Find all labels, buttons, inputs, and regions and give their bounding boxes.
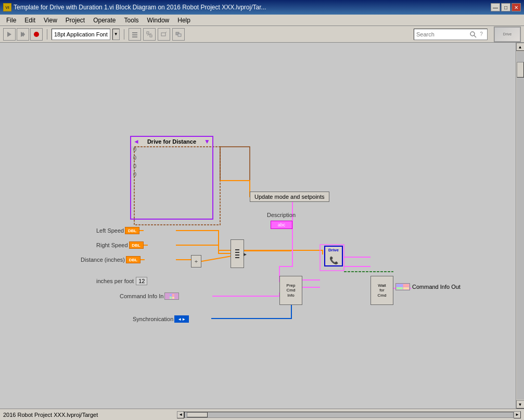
dfd-right-arrow: ▼ [204, 138, 210, 145]
wire-layer [0, 43, 516, 409]
help-button[interactable]: ? [478, 31, 485, 38]
menu-help[interactable]: Help [173, 16, 195, 25]
horizontal-scrollbar[interactable]: ◄ ► [177, 411, 521, 419]
svg-rect-6 [147, 32, 149, 34]
cmd-out-label: Command Info Out [412, 284, 461, 290]
svg-marker-2 [23, 32, 25, 37]
window-title: Template for Drive with Duration 1.vi Bl… [14, 4, 266, 11]
close-button[interactable]: ✕ [512, 3, 521, 11]
distribute-button[interactable] [143, 28, 156, 41]
menu-bar: File Edit View Project Operate Tools Win… [0, 15, 524, 26]
vi-thumbnail: Drive [494, 27, 521, 42]
description-indicator: abc [271, 221, 292, 229]
menu-project[interactable]: Project [61, 16, 89, 25]
font-dropdown-arrow[interactable]: ▼ [112, 29, 120, 40]
dfd-item-1: 0 [131, 154, 212, 162]
prep-cmd-block[interactable]: Prep Cmd Info [279, 276, 302, 305]
svg-rect-4 [132, 34, 137, 35]
reorder-button[interactable] [172, 28, 185, 41]
svg-marker-0 [7, 32, 11, 37]
block-diagram: ◄ Drive for Distance ▼ 0 0 0 0 [0, 43, 516, 409]
synchronication-label: Synchronication [133, 316, 173, 322]
menu-edit[interactable]: Edit [20, 16, 40, 25]
svg-rect-3 [132, 32, 137, 33]
dfd-left-arrow: ◄ [133, 138, 139, 145]
drive-subvi[interactable]: Drive 📞 [324, 246, 343, 266]
menu-operate[interactable]: Operate [89, 16, 120, 25]
scrollbar-right[interactable]: ▲ ▼ [516, 43, 524, 409]
title-bar-left: VI Template for Drive with Duration 1.vi… [3, 3, 266, 11]
project-path: 2016 Robot Project XXX.lvproj/Target [3, 412, 175, 418]
scroll-thumb-right[interactable] [517, 62, 524, 78]
font-name: 18pt Application Font [54, 31, 108, 37]
wait-cmd-block[interactable]: Wait for Cmd [370, 276, 393, 305]
distance-dbl: DBL [126, 256, 140, 263]
left-speed-label: Left Speed [96, 227, 124, 234]
distance-terminal: Distance (inches) DBL [81, 256, 145, 263]
status-bar: 2016 Robot Project XXX.lvproj/Target ◄ ► [0, 409, 524, 420]
h-scroll-thumb[interactable] [187, 412, 208, 417]
inches-per-foot-const: 12 [136, 277, 147, 285]
left-speed-terminal: Left Speed DBL [96, 227, 144, 234]
dfd-title: Drive for Distance [147, 138, 196, 145]
cmd-info-in-terminal: Command Info In [120, 292, 179, 300]
prep-cmd-label: Prep Cmd Info [287, 283, 296, 298]
svg-point-13 [470, 32, 475, 36]
left-speed-dbl: DBL [125, 227, 139, 234]
synchronication-terminal: Synchronication ◄► [133, 315, 189, 323]
toolbar-run-group [3, 28, 43, 41]
menu-tools[interactable]: Tools [120, 16, 143, 25]
update-mode-label: Update mode and setpoints [254, 194, 325, 200]
svg-line-10 [165, 32, 167, 33]
scroll-left-button[interactable]: ◄ [177, 411, 184, 418]
cmd-out-area: Command Info Out [395, 283, 461, 290]
title-bar-buttons: — □ ✕ [491, 3, 521, 11]
run-arrow-button[interactable] [3, 28, 16, 41]
menu-window[interactable]: Window [143, 16, 174, 25]
search-box[interactable]: ? [414, 29, 488, 40]
font-selector[interactable]: 18pt Application Font [52, 29, 110, 40]
inches-per-foot-terminal: inches per foot 12 [96, 277, 145, 285]
drive-subvi-icon: 📞 [329, 256, 338, 264]
svg-rect-7 [150, 35, 152, 37]
svg-rect-5 [132, 36, 137, 37]
search-icon [469, 31, 477, 38]
toolbar: 18pt Application Font ▼ ? Drive [0, 26, 524, 43]
scroll-down-button[interactable]: ▼ [516, 400, 525, 409]
right-speed-terminal: Right Speed DBL [96, 241, 148, 249]
minimize-button[interactable]: — [491, 3, 500, 11]
drive-subvi-label: Drive [328, 248, 339, 252]
wait-cmd-label: Wait for Cmd [378, 283, 387, 298]
dfd-item-2: 0 [131, 162, 212, 170]
synchronication-bool: ◄► [174, 315, 189, 323]
cmd-info-in-cluster [164, 292, 179, 300]
svg-rect-9 [161, 33, 165, 36]
description-label: Description [267, 212, 296, 218]
divide-block: ÷ [191, 255, 201, 268]
run-continuously-button[interactable] [17, 28, 29, 41]
menu-view[interactable]: View [40, 16, 61, 25]
toolbar-sep2 [124, 29, 124, 40]
scroll-track-right[interactable] [517, 52, 524, 400]
resize-button[interactable] [158, 28, 170, 41]
right-speed-dbl: DBL [129, 241, 144, 249]
scroll-right-button[interactable]: ► [514, 411, 521, 418]
bundle-lines [235, 249, 239, 258]
abort-button[interactable] [30, 28, 43, 41]
block-diagram-canvas[interactable]: ◄ Drive for Distance ▼ 0 0 0 0 [0, 43, 516, 409]
dfd-cluster: ◄ Drive for Distance ▼ 0 0 0 0 [130, 144, 213, 220]
h-scroll-track[interactable] [184, 412, 514, 418]
svg-rect-12 [178, 34, 181, 36]
align-button[interactable] [129, 28, 141, 41]
maximize-button[interactable]: □ [501, 3, 510, 11]
cmd-out-terminal [395, 283, 410, 290]
bundle-block: ► [231, 239, 244, 268]
vi-icon: VI [3, 3, 11, 11]
menu-file[interactable]: File [2, 16, 20, 25]
scroll-up-button[interactable]: ▲ [516, 43, 525, 51]
cmd-info-in-label: Command Info In [120, 293, 163, 299]
search-input[interactable] [416, 31, 468, 37]
toolbar-sep1 [47, 29, 47, 40]
inches-per-foot-label: inches per foot [96, 278, 134, 284]
distance-label: Distance (inches) [81, 257, 125, 263]
